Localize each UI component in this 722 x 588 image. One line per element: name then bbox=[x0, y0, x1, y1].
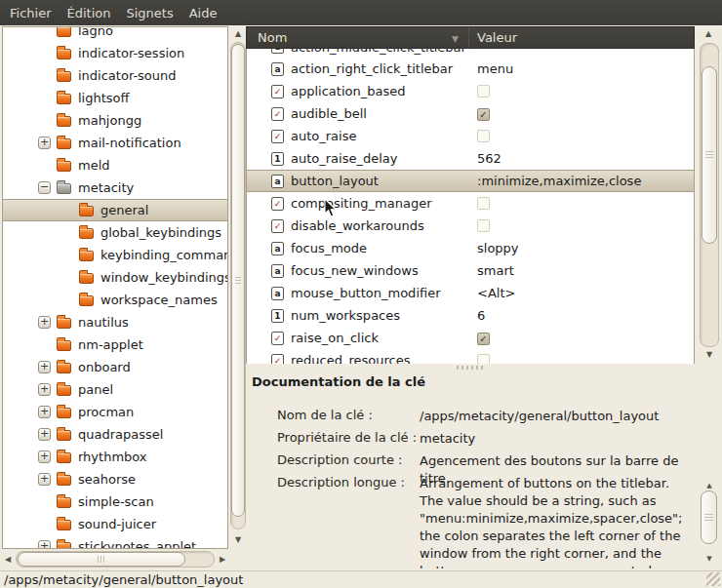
tree-item-indicator-sound[interactable]: indicator-sound bbox=[3, 64, 227, 87]
tree-item-keybinding_commands[interactable]: keybinding_commands bbox=[3, 244, 227, 266]
checkbox-unchecked-icon[interactable] bbox=[477, 197, 490, 210]
expand-plus-icon[interactable]: + bbox=[38, 428, 51, 441]
menu-bar: FichierÉditionSignetsAide bbox=[0, 0, 722, 25]
tree-item-lagno[interactable]: lagno bbox=[3, 27, 227, 42]
table-row-disable_workarounds[interactable]: ✓disable_workarounds bbox=[247, 215, 694, 237]
tree-item-inner: lightsoff bbox=[38, 87, 130, 109]
folder-icon bbox=[79, 295, 94, 306]
checkbox-checked-icon[interactable]: ✓ bbox=[477, 333, 490, 345]
open-folder-icon bbox=[57, 183, 71, 194]
tree-item-global_keybindings[interactable]: global_keybindings bbox=[3, 221, 227, 244]
paned-separator[interactable] bbox=[246, 364, 695, 372]
expand-plus-icon[interactable]: + bbox=[38, 406, 51, 418]
table-row-auto_raise_delay[interactable]: 1auto_raise_delay562 bbox=[247, 147, 694, 170]
scroll-down-icon[interactable]: ▼ bbox=[702, 553, 716, 565]
collapse-minus-icon[interactable]: − bbox=[38, 181, 51, 194]
tree-item-seahorse[interactable]: +seahorse bbox=[3, 468, 227, 490]
thumb-grip bbox=[704, 514, 713, 522]
column-header-nom[interactable]: Nom ▼ bbox=[247, 30, 468, 45]
expand-plus-icon[interactable]: + bbox=[38, 361, 51, 373]
tree-item-mahjongg[interactable]: mahjongg bbox=[3, 109, 227, 132]
scroll-down-icon[interactable]: ▼ bbox=[231, 534, 245, 546]
checkbox-unchecked-icon[interactable] bbox=[477, 130, 490, 142]
scroll-left-icon[interactable]: ◀ bbox=[1, 554, 15, 566]
tree-item-indicator-session[interactable]: indicator-session bbox=[3, 42, 227, 64]
key-name: focus_new_windows bbox=[291, 263, 476, 278]
key-value: :minimize,maximize,close bbox=[477, 174, 641, 188]
menu-fichier[interactable]: Fichier bbox=[2, 2, 60, 24]
table-row-action_middle_click_titlebar[interactable]: aaction_middle_click_titlebar bbox=[247, 49, 694, 58]
checkbox-unchecked-icon[interactable] bbox=[477, 354, 490, 365]
bool-type-icon: ✓ bbox=[271, 332, 284, 345]
table-row-button_layout[interactable]: abutton_layout:minimize,maximize,close bbox=[247, 170, 694, 192]
tree-item-nm-applet[interactable]: nm-applet bbox=[3, 333, 227, 356]
key-name: disable_workarounds bbox=[291, 218, 476, 233]
key-value bbox=[477, 352, 490, 365]
expand-plus-icon[interactable]: + bbox=[38, 316, 51, 329]
table-row-application_based[interactable]: ✓application_based bbox=[247, 80, 694, 102]
table-row-num_workspaces[interactable]: 1num_workspaces6 bbox=[247, 304, 694, 327]
scroll-up-icon[interactable]: ▲ bbox=[702, 28, 715, 40]
key-value: smart bbox=[477, 263, 514, 278]
tree-item-panel[interactable]: +panel bbox=[3, 378, 227, 401]
checkbox-unchecked-icon[interactable] bbox=[477, 219, 490, 232]
key-name: action_middle_click_titlebar bbox=[291, 49, 476, 55]
tree-item-quadrapassel[interactable]: +quadrapassel bbox=[3, 423, 227, 446]
tree-item-stickynotes_applet[interactable]: +stickynotes_applet bbox=[3, 535, 227, 549]
key-value: menu bbox=[477, 61, 513, 76]
table-row-auto_raise[interactable]: ✓auto_raise bbox=[247, 125, 694, 147]
tree-item-onboard[interactable]: +onboard bbox=[3, 356, 227, 378]
int-type-icon: 1 bbox=[271, 309, 284, 323]
column-header-valeur[interactable]: Valeur bbox=[469, 30, 517, 45]
tree-item-rhythmbox[interactable]: +rhythmbox bbox=[3, 446, 227, 468]
tree-item-inner: workspace_names bbox=[79, 289, 218, 311]
folder-icon bbox=[57, 27, 71, 37]
tree-item-window_keybindings[interactable]: window_keybindings bbox=[3, 266, 227, 289]
checkbox-unchecked-icon[interactable] bbox=[477, 85, 490, 98]
table-row-action_right_click_titlebar[interactable]: aaction_right_click_titlebarmenu bbox=[247, 58, 694, 80]
scroll-down-icon[interactable]: ▼ bbox=[702, 349, 716, 361]
key-value: <Alt> bbox=[477, 286, 515, 300]
menu-signets[interactable]: Signets bbox=[118, 2, 180, 24]
expand-plus-icon[interactable]: + bbox=[38, 451, 51, 463]
tree-item-meld[interactable]: meld bbox=[3, 154, 227, 176]
tree-item-lightsoff[interactable]: lightsoff bbox=[3, 87, 227, 109]
table-row-raise_on_click[interactable]: ✓raise_on_click✓ bbox=[247, 327, 694, 349]
status-bar: /apps/metacity/general/button_layout bbox=[0, 570, 722, 588]
bool-type-icon: ✓ bbox=[271, 107, 284, 121]
expand-plus-icon[interactable]: + bbox=[38, 473, 51, 486]
column-nom-label: Nom bbox=[258, 30, 287, 45]
expand-plus-icon[interactable]: + bbox=[38, 540, 51, 549]
tree-item-general[interactable]: general bbox=[3, 199, 227, 221]
tree-item-metacity[interactable]: −metacity bbox=[3, 176, 227, 199]
expand-plus-icon[interactable]: + bbox=[38, 137, 51, 149]
bool-type-icon: ✓ bbox=[271, 130, 284, 143]
table-row-focus_mode[interactable]: afocus_modesloppy bbox=[247, 237, 694, 259]
tree-vscroll-thumb[interactable] bbox=[231, 44, 245, 517]
table-row-reduced_resources[interactable]: ✓reduced_resources bbox=[247, 349, 694, 364]
tree-item-simple-scan[interactable]: simple-scan bbox=[3, 490, 227, 513]
menu-dition[interactable]: Édition bbox=[60, 2, 119, 24]
resize-grip-icon[interactable] bbox=[706, 572, 720, 586]
menu-aide[interactable]: Aide bbox=[181, 2, 225, 24]
tree-item-nautilus[interactable]: +nautilus bbox=[3, 311, 227, 333]
tree-item-procman[interactable]: +procman bbox=[3, 401, 227, 423]
config-tree-panel[interactable]: lagnoindicator-sessionindicator-soundlig… bbox=[2, 26, 228, 549]
table-row-focus_new_windows[interactable]: afocus_new_windowssmart bbox=[247, 259, 694, 282]
int-type-icon: 1 bbox=[271, 152, 284, 166]
tree-item-workspace_names[interactable]: workspace_names bbox=[3, 289, 227, 311]
table-vscroll-thumb[interactable] bbox=[702, 66, 717, 244]
tree-item-inner: sound-juicer bbox=[38, 513, 156, 535]
doc-vscroll-thumb[interactable] bbox=[701, 490, 717, 544]
tree-hscroll-thumb[interactable] bbox=[18, 552, 185, 567]
checkbox-checked-icon[interactable]: ✓ bbox=[477, 108, 490, 121]
key-list[interactable]: aaction_middle_click_titlebaraaction_rig… bbox=[246, 49, 695, 364]
table-row-mouse_button_modifier[interactable]: amouse_button_modifier<Alt> bbox=[247, 282, 694, 304]
table-row-audible_bell[interactable]: ✓audible_bell✓ bbox=[247, 102, 694, 125]
expand-plus-icon[interactable]: + bbox=[38, 383, 51, 396]
table-row-compositing_manager[interactable]: ✓compositing_manager bbox=[247, 192, 694, 215]
tree-item-mail-notification[interactable]: +mail-notification bbox=[3, 132, 227, 154]
scroll-up-icon[interactable]: ▲ bbox=[231, 28, 245, 40]
scroll-right-icon[interactable]: ▶ bbox=[216, 554, 229, 566]
tree-item-sound-juicer[interactable]: sound-juicer bbox=[3, 513, 227, 535]
